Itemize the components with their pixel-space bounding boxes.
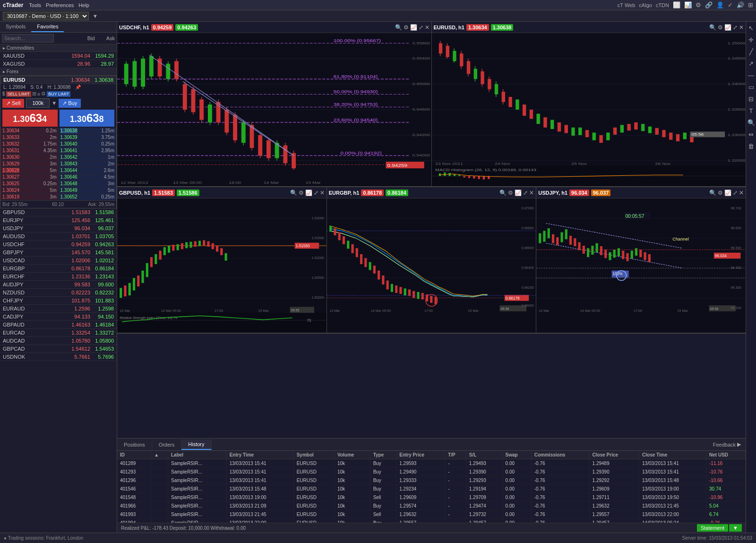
eurusd-indicator-icon[interactable]: 📈 <box>724 24 731 31</box>
statement-button[interactable]: Statement <box>697 524 728 532</box>
eurusd-search-icon[interactable]: 🔍 <box>709 24 716 31</box>
menu-preferences[interactable]: Preferences <box>46 2 74 8</box>
feedback-button[interactable]: Feedback ▶ <box>708 440 746 449</box>
buy-limit-button[interactable]: BUY LIMIT <box>47 91 70 97</box>
gbpusd-settings-icon[interactable]: ⚙ <box>299 190 304 196</box>
list-item[interactable]: USDCHF 0.94259 0.94263 <box>0 241 117 249</box>
chart-expand-icon[interactable]: ⤢ <box>419 24 423 31</box>
account-arrow[interactable]: ▼ <box>93 13 98 19</box>
list-item[interactable]: CADJPY 94.133 94.150 <box>0 313 117 321</box>
monitor-icon[interactable]: ⬜ <box>673 1 680 9</box>
col-sl[interactable]: S/L <box>466 451 502 459</box>
rt-cursor-icon[interactable]: ↖ <box>747 24 755 33</box>
col-close-time[interactable]: Close Time <box>639 451 706 459</box>
list-item[interactable]: GBPUSD 1.51583 1.51586 <box>0 208 117 216</box>
category-commodities[interactable]: ▸ Commodities <box>0 44 117 52</box>
eurgbp-expand-icon[interactable]: ⤢ <box>523 190 528 196</box>
list-item[interactable]: AUDJPY 99.583 99.600 <box>0 281 117 289</box>
list-item[interactable]: CHFJPY 101.875 101.883 <box>0 297 117 305</box>
list-item[interactable]: XAUUSD 1594.04 1594.29 <box>0 52 117 60</box>
list-item[interactable]: XAGUSD 28.96 28.97 <box>0 60 117 68</box>
eurgbp-search-icon[interactable]: 🔍 <box>499 190 507 196</box>
chart-indicator-icon[interactable]: 📈 <box>410 24 417 31</box>
rt-measure-icon[interactable]: ⇔ <box>747 130 755 139</box>
usdjpy-search-icon[interactable]: 🔍 <box>709 190 716 196</box>
category-forex[interactable]: ▸ Forex <box>0 68 117 76</box>
eurusd-settings-icon[interactable]: ⚙ <box>718 24 723 31</box>
list-item[interactable]: NZDUSD 0.82223 0.82232 <box>0 289 117 297</box>
col-sort[interactable]: ▲ <box>151 451 168 459</box>
ctdn-label[interactable]: cTDN <box>656 2 669 8</box>
list-item[interactable]: AUDUSD 1.03701 1.03705 <box>0 233 117 241</box>
settings2-icon[interactable]: ⚙ <box>41 91 46 97</box>
account-selector[interactable]: 3010687 - Demo · USD · 1:100 <box>3 12 89 20</box>
col-id[interactable]: ID <box>117 451 151 459</box>
rt-zoom-icon[interactable]: 🔍 <box>747 118 756 127</box>
rt-crosshair-icon[interactable]: ✛ <box>747 35 755 44</box>
col-commissions[interactable]: Commissions <box>531 451 589 459</box>
tab-positions[interactable]: Positions <box>117 440 152 449</box>
eurgbp-indicator-icon[interactable]: 📈 <box>515 190 522 196</box>
eurgbp-settings-icon[interactable]: ⚙ <box>508 190 513 196</box>
volume-icon[interactable]: 🔊 <box>737 1 744 9</box>
eurusd-pin-icon[interactable]: 📌 <box>75 85 81 90</box>
rt-text-icon[interactable]: T <box>748 106 754 115</box>
sell-limit-button[interactable]: SELL LIMIT <box>6 91 31 97</box>
list-item[interactable]: EURCAD 1.33254 1.33272 <box>0 329 117 337</box>
col-symbol[interactable]: Symbol <box>293 451 334 459</box>
list-icon[interactable]: ≡ <box>37 91 40 97</box>
col-entry-time[interactable]: Entry Time <box>226 451 293 459</box>
usdjpy-close-icon[interactable]: ✕ <box>739 190 744 196</box>
col-swap[interactable]: Swap <box>502 451 531 459</box>
rt-hline-icon[interactable]: — <box>747 71 755 80</box>
chart-icon[interactable]: 📊 <box>684 1 692 9</box>
gbpusd-expand-icon[interactable]: ⤢ <box>314 190 318 196</box>
tab-favorites[interactable]: Favorites <box>31 22 64 32</box>
sell-button[interactable]: ↗ Sell <box>2 99 24 108</box>
ctweb-label[interactable]: cT Web <box>618 2 636 8</box>
list-item[interactable]: GBPJPY 145.570 145.581 <box>0 249 117 257</box>
gbpusd-close-icon[interactable]: ✕ <box>320 190 325 196</box>
usdjpy-indicator-icon[interactable]: 📈 <box>724 190 731 196</box>
tab-orders[interactable]: Orders <box>152 440 182 449</box>
menu-tools[interactable]: Tools <box>29 2 41 8</box>
search-input[interactable] <box>2 34 54 43</box>
gbpusd-indicator-icon[interactable]: 📈 <box>305 190 312 196</box>
col-type[interactable]: Type <box>370 451 396 459</box>
calgo-label[interactable]: cAlgo <box>639 2 652 8</box>
buy-price-box[interactable]: 1.30638 <box>60 110 115 127</box>
settings-icon[interactable]: ⚙ <box>696 1 701 9</box>
chart-close-icon[interactable]: ✕ <box>425 24 430 31</box>
eurusd-close-icon[interactable]: ✕ <box>739 24 744 31</box>
list-item[interactable]: USDNOK 5.7661 5.7696 <box>0 353 117 361</box>
list-item[interactable]: EURCHF 1.23136 1.23143 <box>0 273 117 281</box>
usdjpy-settings-icon[interactable]: ⚙ <box>718 190 723 196</box>
eurgbp-close-icon[interactable]: ✕ <box>529 190 534 196</box>
col-tp[interactable]: T/P <box>445 451 466 459</box>
list-item[interactable]: AUDCAD 1.05780 1.05800 <box>0 337 117 345</box>
buy-button[interactable]: ↗ Buy <box>59 99 81 108</box>
col-entry-price[interactable]: Entry Price <box>396 451 445 459</box>
dollar-icon[interactable]: $ <box>2 91 5 96</box>
col-net-usd[interactable]: Net USD <box>706 451 746 459</box>
gbpusd-search-icon[interactable]: 🔍 <box>290 190 297 196</box>
list-item[interactable]: EURAUD 1.2596 1.2598 <box>0 305 117 313</box>
eurusd-row[interactable]: EURUSD 1.30634 1.30638 <box>0 76 116 84</box>
user-icon[interactable]: 👤 <box>716 1 724 9</box>
list-item[interactable]: USDJPY 96.034 96.037 <box>0 224 117 233</box>
list-item[interactable]: GBPCAD 1.54612 1.54653 <box>0 345 117 353</box>
rt-fib-icon[interactable]: ⊟ <box>747 95 755 103</box>
list-item[interactable]: EURJPY 125.456 125.461 <box>0 216 117 224</box>
network-icon[interactable]: 🔗 <box>705 1 713 9</box>
list-item[interactable]: GBPAUD 1.46163 1.46184 <box>0 321 117 329</box>
tab-history[interactable]: History <box>181 440 211 450</box>
menu-help[interactable]: Help <box>78 2 89 8</box>
rt-ray-icon[interactable]: ↗ <box>747 59 755 68</box>
col-close-price[interactable]: Close Price <box>589 451 639 459</box>
rt-line-icon[interactable]: ╱ <box>748 47 754 56</box>
search-chart-icon[interactable]: 🔍 <box>395 24 402 31</box>
chart-settings-icon[interactable]: ⚙ <box>404 24 409 31</box>
col-label[interactable]: Label <box>168 451 226 459</box>
list-item[interactable]: EURGBP 0.86178 0.86184 <box>0 265 117 273</box>
tab-symbols[interactable]: Symbols <box>0 22 31 32</box>
